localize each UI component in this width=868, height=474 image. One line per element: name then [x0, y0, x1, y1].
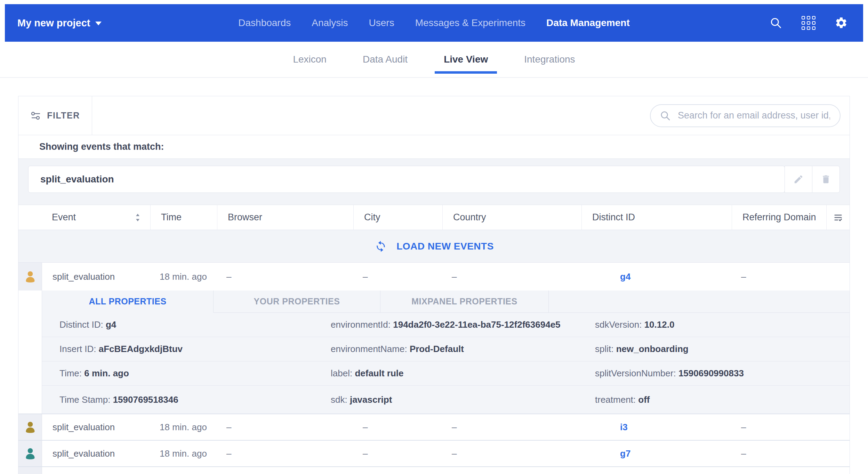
- properties-tabs: ALL PROPERTIES YOUR PROPERTIES MIXPANEL …: [42, 291, 850, 313]
- property-label: splitVersionNumber:: [595, 368, 676, 378]
- filter-button[interactable]: FILTER: [18, 96, 92, 135]
- gear-icon[interactable]: [835, 16, 848, 30]
- nav-item-dashboards[interactable]: Dashboards: [238, 17, 291, 28]
- property-value: 6 min. ago: [84, 368, 129, 378]
- apps-grid-icon[interactable]: [802, 16, 815, 30]
- delete-filter-button[interactable]: [812, 166, 840, 193]
- column-header-distinct-id[interactable]: Distinct ID: [582, 205, 732, 230]
- project-selector[interactable]: My new project: [17, 17, 102, 29]
- refresh-icon: [374, 240, 387, 253]
- column-header-browser[interactable]: Browser: [217, 205, 354, 230]
- cell-country: –: [443, 414, 582, 440]
- cell-spacer: [827, 414, 850, 440]
- pencil-icon: [793, 174, 804, 185]
- property-label: Time:: [59, 368, 82, 378]
- property-value-link[interactable]: g4: [106, 319, 116, 330]
- column-header-country[interactable]: Country: [443, 205, 582, 230]
- live-view-panel: FILTER Showing events that match: split_…: [18, 96, 850, 474]
- user-search-box[interactable]: [650, 104, 841, 127]
- cell-time: 18 min. ago: [151, 263, 217, 291]
- sort-icon[interactable]: [134, 213, 141, 222]
- person-icon: [23, 420, 37, 434]
- cell-referring-domain: –: [732, 441, 827, 466]
- load-new-events-label: LOAD NEW EVENTS: [396, 241, 494, 252]
- cell-event-name: split_evaluation: [42, 263, 151, 291]
- cell-city: –: [354, 441, 443, 466]
- chevron-down-icon: [95, 22, 102, 25]
- cell-referring-domain: –: [732, 263, 827, 291]
- search-icon: [660, 110, 671, 121]
- edit-filter-button[interactable]: [785, 166, 812, 193]
- event-row[interactable]: split_evaluation 18 min. ago – – – g4 –: [18, 263, 850, 291]
- property-row: Insert ID: aFcBEAdgxkdjBtuv environmentN…: [42, 337, 850, 361]
- property-label: split:: [595, 344, 613, 354]
- distinct-id-link[interactable]: g7: [620, 448, 630, 459]
- avatar: [18, 441, 42, 466]
- avatar: [18, 414, 42, 440]
- property-value: 1590690990833: [678, 368, 744, 378]
- avatar: [18, 263, 42, 291]
- tab-data-audit[interactable]: Data Audit: [358, 42, 412, 77]
- tab-integrations[interactable]: Integrations: [519, 42, 580, 77]
- top-nav-bar: My new project Dashboards Analysis Users…: [5, 4, 863, 42]
- search-icon[interactable]: [769, 16, 782, 30]
- column-header-time[interactable]: Time: [151, 205, 217, 230]
- column-header-referring-domain[interactable]: Referring Domain: [732, 205, 827, 230]
- cell-browser: –: [217, 414, 354, 440]
- cell-time: 18 min. ago: [151, 441, 217, 466]
- tab-your-properties[interactable]: YOUR PROPERTIES: [214, 291, 380, 313]
- cell-referring-domain: –: [732, 414, 827, 440]
- property-label: treatment:: [595, 394, 636, 405]
- event-row-partial: [18, 467, 850, 474]
- tabs-filler: [549, 291, 850, 313]
- property-row: Distinct ID: g4 environmentId: 194da2f0-…: [42, 313, 850, 337]
- event-row[interactable]: split_evaluation 18 min. ago – – – i3 –: [18, 414, 850, 441]
- event-row[interactable]: split_evaluation 18 min. ago – – – g7 –: [18, 441, 850, 467]
- cell-spacer: [827, 441, 850, 466]
- load-new-events-button[interactable]: LOAD NEW EVENTS: [18, 230, 850, 263]
- nav-center: Dashboards Analysis Users Messages & Exp…: [238, 4, 629, 42]
- events-table-header: Event Time Browser City Country Distinct…: [18, 205, 850, 230]
- tab-lexicon[interactable]: Lexicon: [288, 42, 331, 77]
- event-query-section: split_evaluation: [18, 159, 850, 205]
- nav-item-data-management[interactable]: Data Management: [546, 17, 630, 28]
- trash-icon: [821, 174, 831, 185]
- property-label: label:: [331, 368, 352, 378]
- filter-label: FILTER: [47, 111, 80, 121]
- property-value: off: [638, 394, 650, 405]
- tab-mixpanel-properties[interactable]: MIXPANEL PROPERTIES: [380, 291, 549, 313]
- property-label: environmentName:: [331, 344, 407, 354]
- column-settings-button[interactable]: [827, 205, 850, 230]
- distinct-id-link[interactable]: g4: [620, 271, 630, 282]
- person-icon: [23, 270, 37, 284]
- property-label: Distinct ID:: [59, 319, 103, 330]
- column-config-icon: [833, 213, 843, 222]
- distinct-id-link[interactable]: i3: [620, 422, 628, 433]
- property-value: default rule: [355, 368, 403, 378]
- nav-item-messages-experiments[interactable]: Messages & Experiments: [415, 17, 525, 28]
- column-header-event[interactable]: Event: [18, 205, 151, 230]
- nav-item-users[interactable]: Users: [369, 17, 394, 28]
- tab-all-properties[interactable]: ALL PROPERTIES: [42, 291, 214, 313]
- event-filter-value[interactable]: split_evaluation: [28, 166, 785, 193]
- showing-events-heading: Showing events that match:: [18, 135, 850, 159]
- property-value: 194da2f0-3e22-11ea-ba75-12f2f63694e5: [393, 319, 560, 330]
- cell-city: –: [354, 414, 443, 440]
- cell-country: –: [443, 263, 582, 291]
- tab-live-view[interactable]: Live View: [439, 42, 493, 77]
- project-name: My new project: [17, 17, 90, 29]
- property-label: sdkVersion:: [595, 319, 642, 330]
- column-header-city[interactable]: City: [354, 205, 443, 230]
- search-input[interactable]: [677, 110, 831, 121]
- cell-browser: –: [217, 263, 354, 291]
- property-label: Insert ID:: [59, 344, 96, 354]
- cell-country: –: [443, 441, 582, 466]
- filter-row: FILTER: [18, 96, 850, 135]
- event-properties-panel: ALL PROPERTIES YOUR PROPERTIES MIXPANEL …: [18, 291, 850, 414]
- property-label: Time Stamp:: [59, 394, 110, 405]
- nav-item-analysis[interactable]: Analysis: [312, 17, 348, 28]
- property-label: environmentId:: [331, 319, 391, 330]
- property-row: Time Stamp: 1590769518346 sdk: javascrip…: [42, 386, 850, 414]
- property-label: sdk:: [331, 394, 347, 405]
- nav-right-icons: [769, 16, 848, 30]
